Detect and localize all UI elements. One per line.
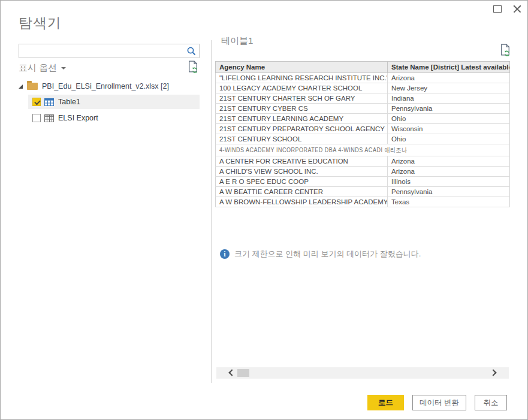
maximize-button[interactable] [493,5,502,13]
table-row: "LIFELONG LEARNING RESEARCH INSTITUTE IN… [216,73,510,83]
search-box [19,44,200,58]
table-row: 21ST CENTURY SCHOOLOhio [216,134,510,144]
state-cell: Indiana [388,93,510,104]
table-row: 21ST CENTURY CHARTER SCH OF GARYIndiana [216,93,510,104]
table-icon [44,98,54,106]
column-header-agency-name: Agency Name [216,62,388,73]
state-cell: Arizona [388,156,510,167]
horizontal-scrollbar[interactable] [216,367,509,379]
tree-item-elsi-export[interactable]: ELSI Export [28,111,200,125]
agency-cell: A W BEATTIE CAREER CENTER [216,187,388,197]
table-row: 21ST CENTURY PREPARATORY SCHOOL AGENCYWi… [216,124,510,134]
truncation-message: 크기 제한으로 인해 미리 보기의 데이터가 잘렸습니다. [234,249,421,259]
agency-cell: A CENTER FOR CREATIVE EDUCATION [216,156,388,167]
agency-cell: 21ST CENTURY PREPARATORY SCHOOL AGENCY [216,124,388,134]
tree-item-label: Table1 [58,98,80,106]
expand-collapse-icon[interactable] [19,84,23,89]
table-row: A CENTER FOR CREATIVE EDUCATIONArizona [216,156,510,167]
close-icon[interactable] [512,4,522,14]
agency-cell: 21ST CENTURY SCHOOL [216,134,388,144]
info-icon: i [220,249,230,259]
search-input[interactable] [22,44,185,58]
state-cell: Ohio [388,114,510,124]
agency-cell: A E R O SPEC EDUC COOP [216,177,388,187]
agency-cell: 100 LEGACY ACADEMY CHARTER SCHOOL [216,83,388,93]
state-cell: Wisconsin [388,124,510,134]
display-options-dropdown[interactable]: 표시 옵션 [19,62,66,74]
tree-item-table1[interactable]: Table1 [28,95,200,109]
table-row: 21ST CENTURY CYBER CSPennsylvania [216,104,510,114]
state-cell: Arizona [388,73,510,83]
table-row: 4-WINDS ACADEMY INCORPORATED DBA 4-WINDS… [216,144,510,156]
preview-table: Agency Name State Name [District] Latest… [215,61,510,207]
agency-cell: 21ST CENTURY CYBER CS [216,104,388,114]
scroll-left-icon[interactable] [228,370,233,375]
state-cell: Pennsylvania [388,187,510,197]
load-button[interactable]: 로드 [367,395,404,410]
state-cell: Texas [388,197,510,207]
cancel-button[interactable]: 취소 [475,395,507,410]
table-row: 100 LEGACY ACADEMY CHARTER SCHOOLNew Jer… [216,83,510,93]
agency-state-cell: 4-WINDS ACADEMY INCORPORATED DBA 4-WINDS… [216,144,510,156]
elsi-export-checkbox[interactable] [32,114,41,122]
state-cell: Ohio [388,134,510,144]
preview-table-body: "LIFELONG LEARNING RESEARCH INSTITUTE IN… [216,73,510,207]
preview-title: 테이블1 [221,35,253,47]
truncation-notice: i 크기 제한으로 인해 미리 보기의 데이터가 잘렸습니다. [220,249,421,259]
agency-cell: 21ST CENTURY LEARNING ACADEMY [216,114,388,124]
refresh-preview-icon[interactable] [499,44,511,57]
agency-cell: 21ST CENTURY CHARTER SCH OF GARY [216,93,388,104]
table-row: A CHILD'S VIEW SCHOOL INC.Arizona [216,167,510,177]
chevron-down-icon [61,67,66,70]
workbook-label: PBI_Edu_ELSi_Enrollment_v2.xlsx [2] [42,82,169,90]
table-row: A W BEATTIE CAREER CENTERPennsylvania [216,187,510,197]
agency-cell: A W BROWN-FELLOWSHIP LEADERSHIP ACADEMY [216,197,388,207]
folder-icon [27,83,38,90]
page-title: 탐색기 [19,14,62,32]
tree-root-workbook[interactable]: PBI_Edu_ELSi_Enrollment_v2.xlsx [2] [19,80,169,92]
column-header-state-name: State Name [District] Latest available y… [388,62,510,73]
panel-divider [211,40,212,383]
scrollbar-thumb[interactable] [237,369,249,377]
state-cell: Pennsylvania [388,104,510,114]
tree-item-label: ELSI Export [58,114,98,122]
agency-cell: "LIFELONG LEARNING RESEARCH INSTITUTE IN… [216,73,388,83]
state-cell: Arizona [388,167,510,177]
state-cell: New Jersey [388,83,510,93]
refresh-preview-icon[interactable] [187,61,199,74]
table-row: A E R O SPEC EDUC COOPIllinois [216,177,510,187]
transform-data-button[interactable]: 데이터 변환 [412,395,466,410]
agency-cell: A CHILD'S VIEW SCHOOL INC. [216,167,388,177]
search-icon[interactable] [186,46,197,56]
worksheet-icon [44,114,54,122]
table-row: A W BROWN-FELLOWSHIP LEADERSHIP ACADEMYT… [216,197,510,207]
state-cell: Illinois [388,177,510,187]
table1-checkbox[interactable] [32,98,41,106]
display-options-label: 표시 옵션 [19,62,57,72]
scroll-right-icon[interactable] [492,370,497,375]
navigator-dialog: 탐색기 표시 옵션 PBI_Edu_ELSi_Enrollment_v2.xls… [0,0,528,420]
table-row: 21ST CENTURY LEARNING ACADEMYOhio [216,114,510,124]
